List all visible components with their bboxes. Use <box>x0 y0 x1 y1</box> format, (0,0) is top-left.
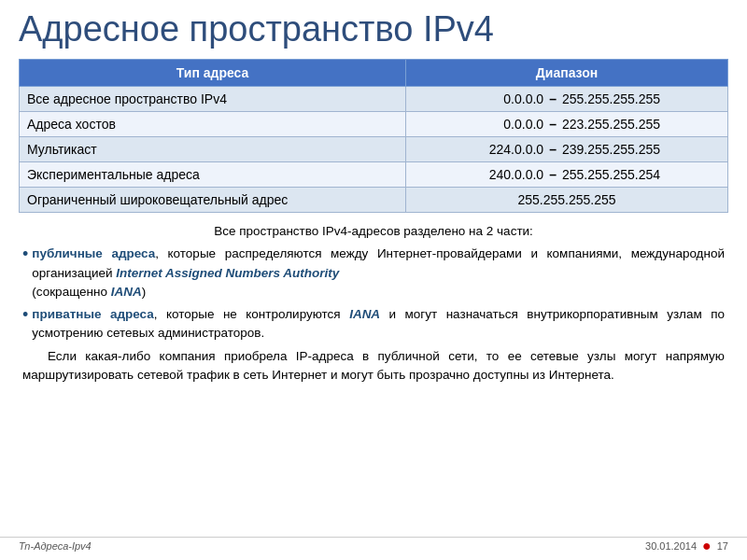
bullet1-content: публичные адреса, которые распределяются… <box>32 245 725 301</box>
closing-paragraph: Если какая-либо компания приобрела IP-ад… <box>22 347 725 385</box>
bullet-item-public: • публичные адреса, которые распределяют… <box>22 245 725 301</box>
row-type-cell: Мультикаст <box>20 137 406 162</box>
range-start: 224.0.0.0 <box>459 142 543 157</box>
table-row: Мультикаст224.0.0.0–239.255.255.255 <box>20 137 728 162</box>
bullet1-abbr-suffix: ) <box>142 285 147 299</box>
row-type-cell: Адреса хостов <box>20 112 406 137</box>
table-row: Все адресное пространство IPv40.0.0.0–25… <box>20 87 728 112</box>
private-addr-label: приватные адреса <box>32 307 153 321</box>
footer: Тп-Адреса-Ipv4 30.01.2014 ● 17 <box>0 537 747 554</box>
row-range-cell: 240.0.0.0–255.255.255.254 <box>406 162 728 188</box>
table-row: Экспериментальные адреса240.0.0.0–255.25… <box>20 162 728 188</box>
range-end: 223.255.255.255 <box>562 117 674 132</box>
range-dash: – <box>549 91 557 106</box>
range-dash: – <box>549 117 557 132</box>
public-addr-label: публичные адреса <box>32 246 155 260</box>
bullet2-content: приватные адреса, которые не контролирую… <box>32 305 725 343</box>
col-header-type: Тип адреса <box>20 60 406 87</box>
text-section: Все пространство IPv4-адресов разделено … <box>19 222 728 385</box>
page: Адресное пространство IPv4 Тип адреса Ди… <box>0 0 747 560</box>
row-range-cell: 224.0.0.0–239.255.255.255 <box>406 137 728 162</box>
footer-right: 30.01.2014 ● 17 <box>645 538 728 554</box>
footer-page: 17 <box>717 540 728 552</box>
row-range-cell: 0.0.0.0–255.255.255.255 <box>406 87 728 112</box>
table-row: Адреса хостов0.0.0.0–223.255.255.255 <box>20 112 728 137</box>
range-start: 0.0.0.0 <box>459 91 543 106</box>
bullet1-abbr-prefix: (сокращенно <box>32 285 107 299</box>
row-range-cell: 0.0.0.0–223.255.255.255 <box>406 112 728 137</box>
table-row: Ограниченный широковещательный адрес255.… <box>20 188 728 213</box>
intro-text: Все пространство IPv4-адресов разделено … <box>214 224 533 238</box>
footer-left: Тп-Адреса-Ipv4 <box>19 540 92 552</box>
range-end: 255.255.255.254 <box>562 167 674 182</box>
bullet-item-private: • приватные адреса, которые не контролир… <box>22 305 725 343</box>
bullet2-iana: IANA <box>349 307 380 321</box>
range-end: 255.255.255.255 <box>562 91 674 106</box>
iana-full-name: Internet Assigned Numbers Authority <box>116 266 339 280</box>
bullet2-after: , которые не контролируются <box>154 307 341 321</box>
bullet-dot-1: • <box>22 245 28 301</box>
footer-dot: ● <box>702 538 712 554</box>
range-dash: – <box>549 142 557 157</box>
bullet-dot-2: • <box>22 305 28 343</box>
range-start: 240.0.0.0 <box>459 167 543 182</box>
intro-line: Все пространство IPv4-адресов разделено … <box>22 222 725 241</box>
address-table: Тип адреса Диапазон Все адресное простра… <box>19 59 728 213</box>
range-start: 0.0.0.0 <box>459 117 543 132</box>
page-title: Адресное пространство IPv4 <box>19 9 728 49</box>
footer-date: 30.01.2014 <box>645 540 697 552</box>
iana-abbr: IANA <box>111 285 142 299</box>
col-header-range: Диапазон <box>406 60 728 87</box>
row-type-cell: Ограниченный широковещательный адрес <box>20 188 406 213</box>
row-type-cell: Экспериментальные адреса <box>20 162 406 188</box>
range-dash: – <box>549 167 557 182</box>
row-range-cell: 255.255.255.255 <box>406 188 728 213</box>
row-type-cell: Все адресное пространство IPv4 <box>20 87 406 112</box>
range-end: 239.255.255.255 <box>562 142 674 157</box>
